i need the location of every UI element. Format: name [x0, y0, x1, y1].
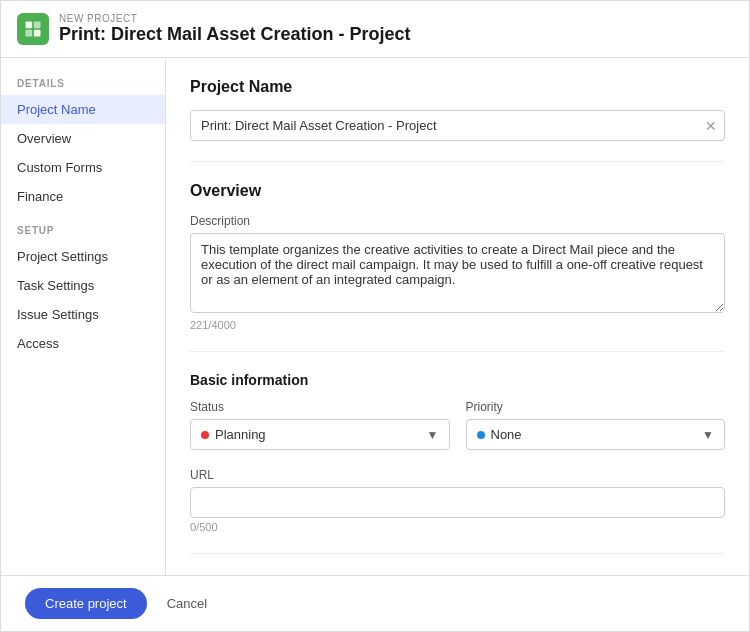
basic-info-title: Basic information	[190, 372, 725, 388]
sidebar-item-finance[interactable]: Finance	[1, 182, 165, 211]
description-char-count: 221/4000	[190, 319, 725, 331]
priority-label: Priority	[466, 400, 726, 414]
project-name-clear-button[interactable]: ✕	[705, 119, 717, 133]
project-name-group: ✕	[190, 110, 725, 141]
overview-block: Overview Description This template organ…	[190, 182, 725, 331]
header-title: Print: Direct Mail Asset Creation - Proj…	[59, 24, 410, 45]
footer: Create project Cancel	[1, 575, 749, 631]
main-layout: Details Project Name Overview Custom For…	[1, 58, 749, 575]
cancel-button[interactable]: Cancel	[159, 588, 215, 619]
project-name-section-title: Project Name	[190, 78, 725, 96]
sidebar-item-project-name[interactable]: Project Name	[1, 95, 165, 124]
create-project-button[interactable]: Create project	[25, 588, 147, 619]
priority-group: Priority None ▼ None Low Medium High	[466, 400, 726, 450]
description-textarea[interactable]: This template organizes the creative act…	[190, 233, 725, 313]
status-group: Status Planning ▼ Planning In Progress C…	[190, 400, 450, 450]
app-container: New Project Print: Direct Mail Asset Cre…	[0, 0, 750, 632]
description-label: Description	[190, 214, 725, 228]
sidebar-item-overview[interactable]: Overview	[1, 124, 165, 153]
svg-rect-3	[34, 30, 41, 37]
sidebar-item-task-settings[interactable]: Task Settings	[1, 271, 165, 300]
header-text-group: New Project Print: Direct Mail Asset Cre…	[59, 13, 410, 45]
url-char-count: 0/500	[190, 521, 725, 533]
project-icon	[17, 13, 49, 45]
svg-rect-1	[34, 22, 41, 29]
sidebar-item-issue-settings[interactable]: Issue Settings	[1, 300, 165, 329]
status-label: Status	[190, 400, 450, 414]
sidebar-item-access[interactable]: Access	[1, 329, 165, 358]
svg-rect-2	[26, 30, 33, 37]
sidebar-item-project-settings[interactable]: Project Settings	[1, 242, 165, 271]
sidebar-setup-label: Setup	[1, 221, 165, 242]
basic-info-row: Status Planning ▼ Planning In Progress C…	[190, 400, 725, 468]
url-input[interactable]	[190, 487, 725, 518]
project-name-input[interactable]	[190, 110, 725, 141]
url-label: URL	[190, 468, 725, 482]
divider-2	[190, 351, 725, 352]
svg-rect-0	[26, 22, 33, 29]
overview-section-title: Overview	[190, 182, 725, 200]
url-group: URL 0/500	[190, 468, 725, 533]
description-group: Description This template organizes the …	[190, 214, 725, 331]
divider-3	[190, 553, 725, 554]
priority-select-wrapper[interactable]: None ▼ None Low Medium High	[466, 419, 726, 450]
status-select-wrapper[interactable]: Planning ▼ Planning In Progress Complete	[190, 419, 450, 450]
sidebar-item-custom-forms[interactable]: Custom Forms	[1, 153, 165, 182]
divider-1	[190, 161, 725, 162]
content-area: Project Name ✕ Overview Description This…	[166, 58, 749, 575]
header-subtitle: New Project	[59, 13, 410, 24]
sidebar: Details Project Name Overview Custom For…	[1, 58, 166, 575]
sidebar-details-label: Details	[1, 74, 165, 95]
header: New Project Print: Direct Mail Asset Cre…	[1, 1, 749, 58]
